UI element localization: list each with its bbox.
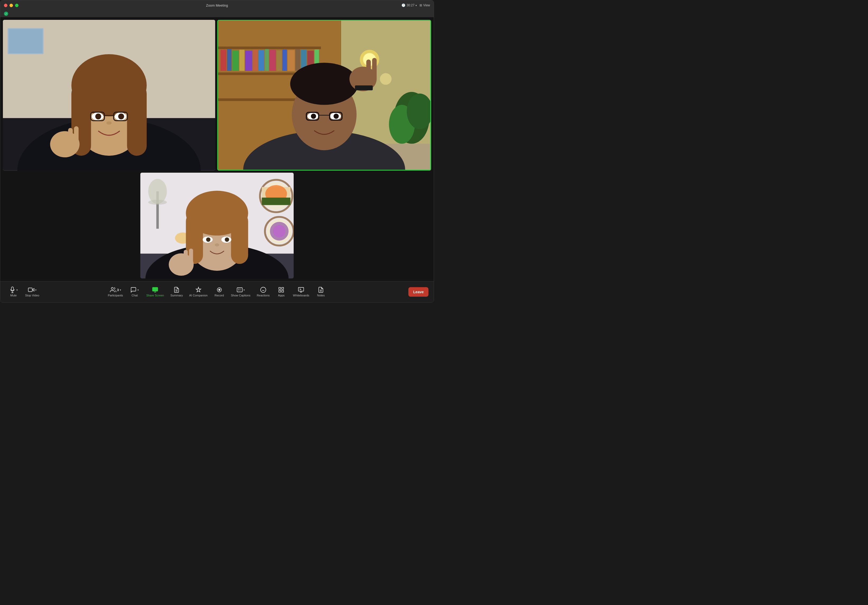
share-screen-label: Share Screen bbox=[146, 294, 164, 297]
mute-caret[interactable]: ▾ bbox=[16, 289, 18, 292]
apps-label: Apps bbox=[278, 294, 285, 297]
close-button[interactable] bbox=[4, 4, 8, 7]
svg-rect-119 bbox=[279, 290, 281, 292]
reactions-icon-group bbox=[260, 287, 267, 293]
svg-rect-67 bbox=[361, 73, 364, 84]
video-bottom-row bbox=[3, 173, 431, 278]
window-title: Zoom Meeting bbox=[206, 3, 228, 8]
video-caret[interactable]: ▾ bbox=[35, 289, 36, 292]
chat-button[interactable]: ▾ Chat bbox=[127, 285, 143, 299]
chat-label: Chat bbox=[132, 294, 138, 297]
svg-point-93 bbox=[206, 237, 211, 242]
apps-icon bbox=[278, 287, 284, 293]
svg-rect-120 bbox=[282, 290, 284, 292]
svg-rect-113 bbox=[237, 288, 242, 292]
share-screen-button[interactable]: Share Screen bbox=[144, 285, 166, 299]
svg-rect-21 bbox=[62, 140, 66, 149]
timer-value: 30:27 bbox=[406, 3, 414, 7]
mute-icon-group: ▾ bbox=[9, 287, 18, 293]
summary-icon-group bbox=[174, 287, 180, 293]
svg-rect-19 bbox=[68, 128, 73, 146]
svg-rect-30 bbox=[232, 51, 239, 71]
meeting-timer: 🕐 30:27 ▾ bbox=[401, 3, 417, 7]
mute-button[interactable]: ▾ Mute bbox=[6, 285, 22, 299]
svg-rect-9 bbox=[127, 84, 147, 155]
timer-caret: ▾ bbox=[415, 4, 417, 7]
clock-icon: 🕐 bbox=[401, 3, 405, 7]
show-captions-icon-group: ▾ bbox=[236, 287, 245, 293]
participant-2-video bbox=[217, 20, 431, 171]
view-button[interactable]: ⊞ View bbox=[420, 3, 430, 7]
svg-rect-2 bbox=[8, 29, 43, 53]
svg-rect-25 bbox=[218, 47, 321, 49]
svg-rect-37 bbox=[276, 51, 282, 71]
svg-rect-38 bbox=[282, 50, 287, 71]
stop-video-label: Stop Video bbox=[25, 294, 39, 297]
toolbar: ▾ Mute ▾ Stop Video bbox=[0, 281, 434, 302]
video-icon bbox=[28, 287, 34, 293]
reactions-icon bbox=[260, 287, 267, 293]
maximize-button[interactable] bbox=[15, 4, 19, 7]
svg-rect-97 bbox=[184, 250, 188, 266]
svg-point-80 bbox=[273, 225, 285, 237]
minimize-button[interactable] bbox=[9, 4, 13, 7]
svg-point-13 bbox=[118, 113, 124, 119]
captions-icon bbox=[236, 287, 243, 293]
show-captions-button[interactable]: ▾ Show Captions bbox=[228, 285, 253, 299]
view-label: View bbox=[423, 3, 430, 7]
svg-rect-103 bbox=[28, 288, 32, 292]
summary-button[interactable]: Summary bbox=[168, 285, 186, 299]
participants-button[interactable]: 3 ▾ Participants bbox=[105, 285, 126, 299]
svg-point-104 bbox=[111, 287, 113, 290]
svg-rect-69 bbox=[355, 85, 373, 90]
zoom-window: Zoom Meeting 🕐 30:27 ▾ ⊞ View ✓ bbox=[0, 0, 434, 302]
apps-button[interactable]: Apps bbox=[273, 285, 289, 299]
summary-icon bbox=[174, 287, 180, 293]
svg-point-60 bbox=[333, 114, 339, 119]
participant-3-svg bbox=[140, 173, 294, 278]
svg-rect-29 bbox=[227, 49, 231, 71]
participant-1-svg bbox=[3, 20, 215, 171]
whiteboards-label: Whiteboards bbox=[293, 294, 309, 297]
record-label: Record bbox=[215, 294, 224, 297]
svg-point-48 bbox=[380, 73, 391, 85]
svg-rect-20 bbox=[74, 126, 79, 146]
record-button[interactable]: Record bbox=[211, 285, 227, 299]
svg-rect-65 bbox=[366, 59, 371, 81]
svg-rect-35 bbox=[265, 49, 269, 71]
video-top-row bbox=[3, 20, 431, 171]
svg-rect-22 bbox=[57, 141, 61, 149]
reactions-button[interactable]: Reactions bbox=[254, 285, 272, 299]
participants-count: 3 bbox=[117, 288, 119, 292]
participant-1-video bbox=[3, 20, 215, 171]
svg-rect-34 bbox=[259, 50, 264, 71]
ai-companion-button[interactable]: AI Companion bbox=[187, 285, 211, 299]
svg-rect-98 bbox=[189, 248, 193, 266]
participants-caret[interactable]: ▾ bbox=[120, 289, 121, 292]
chat-caret[interactable]: ▾ bbox=[138, 289, 139, 292]
svg-point-114 bbox=[260, 287, 266, 292]
svg-point-94 bbox=[225, 237, 229, 242]
share-screen-icon-group bbox=[152, 287, 158, 293]
captions-caret[interactable]: ▾ bbox=[243, 289, 245, 292]
svg-rect-99 bbox=[178, 259, 181, 268]
show-captions-label: Show Captions bbox=[231, 294, 250, 297]
toolbar-left: ▾ Mute ▾ Stop Video bbox=[6, 285, 42, 299]
svg-rect-32 bbox=[245, 51, 253, 71]
reactions-label: Reactions bbox=[257, 294, 270, 297]
leave-button[interactable]: Leave bbox=[408, 287, 428, 297]
svg-point-56 bbox=[290, 63, 358, 105]
record-icon-group bbox=[216, 287, 222, 293]
security-bar: ✓ bbox=[0, 10, 434, 17]
svg-rect-117 bbox=[279, 287, 281, 289]
whiteboards-button[interactable]: Whiteboards bbox=[290, 285, 312, 299]
notes-button[interactable]: Notes bbox=[313, 285, 329, 299]
share-screen-icon bbox=[152, 287, 158, 293]
stop-video-button[interactable]: ▾ Stop Video bbox=[22, 285, 42, 299]
notes-icon-group bbox=[318, 287, 324, 293]
participant-2-svg bbox=[218, 21, 430, 170]
apps-icon-group bbox=[278, 287, 284, 293]
toolbar-center: 3 ▾ Participants ▾ Chat bbox=[105, 285, 329, 299]
whiteboard-icon bbox=[298, 287, 304, 293]
ai-companion-icon bbox=[195, 287, 202, 293]
